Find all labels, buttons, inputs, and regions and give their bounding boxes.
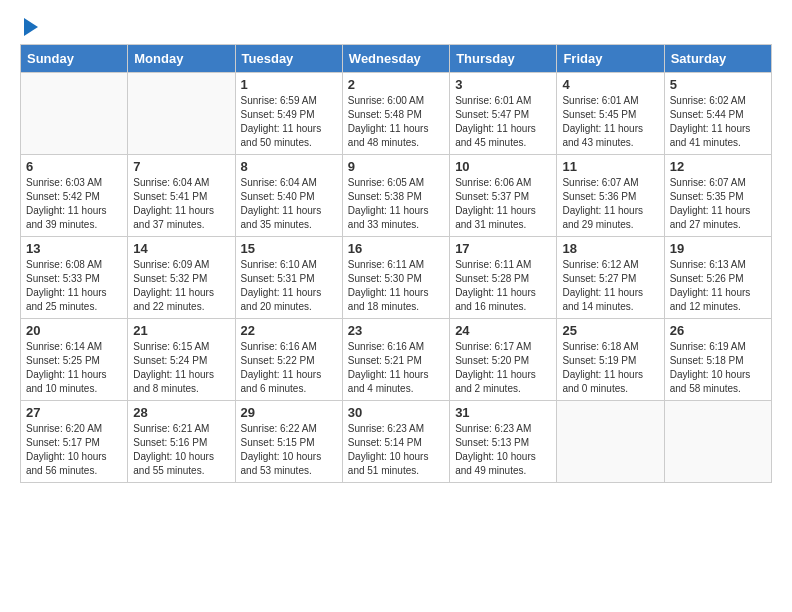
calendar-week-4: 20Sunrise: 6:14 AMSunset: 5:25 PMDayligh…: [21, 319, 772, 401]
calendar-day: 22Sunrise: 6:16 AMSunset: 5:22 PMDayligh…: [235, 319, 342, 401]
day-number: 11: [562, 159, 658, 174]
day-number: 3: [455, 77, 551, 92]
page-header: [20, 16, 772, 36]
day-info: Sunrise: 6:08 AMSunset: 5:33 PMDaylight:…: [26, 258, 122, 314]
day-number: 4: [562, 77, 658, 92]
day-info: Sunrise: 6:11 AMSunset: 5:28 PMDaylight:…: [455, 258, 551, 314]
day-number: 25: [562, 323, 658, 338]
day-number: 21: [133, 323, 229, 338]
day-info: Sunrise: 6:17 AMSunset: 5:20 PMDaylight:…: [455, 340, 551, 396]
calendar-week-2: 6Sunrise: 6:03 AMSunset: 5:42 PMDaylight…: [21, 155, 772, 237]
day-number: 10: [455, 159, 551, 174]
day-info: Sunrise: 6:01 AMSunset: 5:47 PMDaylight:…: [455, 94, 551, 150]
day-info: Sunrise: 6:18 AMSunset: 5:19 PMDaylight:…: [562, 340, 658, 396]
day-info: Sunrise: 6:59 AMSunset: 5:49 PMDaylight:…: [241, 94, 337, 150]
day-info: Sunrise: 6:11 AMSunset: 5:30 PMDaylight:…: [348, 258, 444, 314]
day-number: 30: [348, 405, 444, 420]
calendar-day: 4Sunrise: 6:01 AMSunset: 5:45 PMDaylight…: [557, 73, 664, 155]
day-info: Sunrise: 6:21 AMSunset: 5:16 PMDaylight:…: [133, 422, 229, 478]
calendar-day: 2Sunrise: 6:00 AMSunset: 5:48 PMDaylight…: [342, 73, 449, 155]
weekday-header-friday: Friday: [557, 45, 664, 73]
day-number: 20: [26, 323, 122, 338]
calendar-day: 23Sunrise: 6:16 AMSunset: 5:21 PMDayligh…: [342, 319, 449, 401]
calendar-day: 21Sunrise: 6:15 AMSunset: 5:24 PMDayligh…: [128, 319, 235, 401]
day-info: Sunrise: 6:02 AMSunset: 5:44 PMDaylight:…: [670, 94, 766, 150]
calendar-day: 24Sunrise: 6:17 AMSunset: 5:20 PMDayligh…: [450, 319, 557, 401]
day-number: 8: [241, 159, 337, 174]
weekday-header-monday: Monday: [128, 45, 235, 73]
day-info: Sunrise: 6:09 AMSunset: 5:32 PMDaylight:…: [133, 258, 229, 314]
calendar-day: 6Sunrise: 6:03 AMSunset: 5:42 PMDaylight…: [21, 155, 128, 237]
calendar-day: 30Sunrise: 6:23 AMSunset: 5:14 PMDayligh…: [342, 401, 449, 483]
calendar-day: 15Sunrise: 6:10 AMSunset: 5:31 PMDayligh…: [235, 237, 342, 319]
weekday-header-tuesday: Tuesday: [235, 45, 342, 73]
day-number: 22: [241, 323, 337, 338]
day-info: Sunrise: 6:10 AMSunset: 5:31 PMDaylight:…: [241, 258, 337, 314]
day-number: 24: [455, 323, 551, 338]
calendar-day: 18Sunrise: 6:12 AMSunset: 5:27 PMDayligh…: [557, 237, 664, 319]
day-number: 19: [670, 241, 766, 256]
day-info: Sunrise: 6:04 AMSunset: 5:41 PMDaylight:…: [133, 176, 229, 232]
day-number: 9: [348, 159, 444, 174]
weekday-header-saturday: Saturday: [664, 45, 771, 73]
day-number: 13: [26, 241, 122, 256]
calendar-day: 25Sunrise: 6:18 AMSunset: 5:19 PMDayligh…: [557, 319, 664, 401]
day-info: Sunrise: 6:05 AMSunset: 5:38 PMDaylight:…: [348, 176, 444, 232]
calendar-day: [664, 401, 771, 483]
day-info: Sunrise: 6:19 AMSunset: 5:18 PMDaylight:…: [670, 340, 766, 396]
calendar-day: 26Sunrise: 6:19 AMSunset: 5:18 PMDayligh…: [664, 319, 771, 401]
day-info: Sunrise: 6:03 AMSunset: 5:42 PMDaylight:…: [26, 176, 122, 232]
weekday-header-thursday: Thursday: [450, 45, 557, 73]
day-number: 15: [241, 241, 337, 256]
calendar-day: 17Sunrise: 6:11 AMSunset: 5:28 PMDayligh…: [450, 237, 557, 319]
day-number: 12: [670, 159, 766, 174]
calendar-day: 7Sunrise: 6:04 AMSunset: 5:41 PMDaylight…: [128, 155, 235, 237]
calendar-day: 29Sunrise: 6:22 AMSunset: 5:15 PMDayligh…: [235, 401, 342, 483]
day-number: 1: [241, 77, 337, 92]
day-info: Sunrise: 6:04 AMSunset: 5:40 PMDaylight:…: [241, 176, 337, 232]
day-info: Sunrise: 6:07 AMSunset: 5:35 PMDaylight:…: [670, 176, 766, 232]
calendar-day: 1Sunrise: 6:59 AMSunset: 5:49 PMDaylight…: [235, 73, 342, 155]
day-number: 6: [26, 159, 122, 174]
day-number: 2: [348, 77, 444, 92]
logo-arrow-icon: [24, 18, 38, 36]
day-info: Sunrise: 6:22 AMSunset: 5:15 PMDaylight:…: [241, 422, 337, 478]
calendar-week-5: 27Sunrise: 6:20 AMSunset: 5:17 PMDayligh…: [21, 401, 772, 483]
weekday-header-sunday: Sunday: [21, 45, 128, 73]
day-info: Sunrise: 6:14 AMSunset: 5:25 PMDaylight:…: [26, 340, 122, 396]
calendar-day: 19Sunrise: 6:13 AMSunset: 5:26 PMDayligh…: [664, 237, 771, 319]
calendar-day: 16Sunrise: 6:11 AMSunset: 5:30 PMDayligh…: [342, 237, 449, 319]
day-info: Sunrise: 6:23 AMSunset: 5:13 PMDaylight:…: [455, 422, 551, 478]
logo: [20, 16, 38, 36]
day-info: Sunrise: 6:23 AMSunset: 5:14 PMDaylight:…: [348, 422, 444, 478]
day-info: Sunrise: 6:16 AMSunset: 5:22 PMDaylight:…: [241, 340, 337, 396]
calendar-day: 10Sunrise: 6:06 AMSunset: 5:37 PMDayligh…: [450, 155, 557, 237]
day-number: 5: [670, 77, 766, 92]
day-number: 7: [133, 159, 229, 174]
day-info: Sunrise: 6:20 AMSunset: 5:17 PMDaylight:…: [26, 422, 122, 478]
day-info: Sunrise: 6:12 AMSunset: 5:27 PMDaylight:…: [562, 258, 658, 314]
calendar-day: 20Sunrise: 6:14 AMSunset: 5:25 PMDayligh…: [21, 319, 128, 401]
calendar-day: [21, 73, 128, 155]
day-number: 23: [348, 323, 444, 338]
calendar-week-3: 13Sunrise: 6:08 AMSunset: 5:33 PMDayligh…: [21, 237, 772, 319]
day-info: Sunrise: 6:15 AMSunset: 5:24 PMDaylight:…: [133, 340, 229, 396]
calendar-day: 8Sunrise: 6:04 AMSunset: 5:40 PMDaylight…: [235, 155, 342, 237]
calendar-day: 5Sunrise: 6:02 AMSunset: 5:44 PMDaylight…: [664, 73, 771, 155]
calendar-day: [557, 401, 664, 483]
calendar-day: 12Sunrise: 6:07 AMSunset: 5:35 PMDayligh…: [664, 155, 771, 237]
day-number: 16: [348, 241, 444, 256]
day-number: 27: [26, 405, 122, 420]
day-number: 17: [455, 241, 551, 256]
calendar-day: 9Sunrise: 6:05 AMSunset: 5:38 PMDaylight…: [342, 155, 449, 237]
day-info: Sunrise: 6:16 AMSunset: 5:21 PMDaylight:…: [348, 340, 444, 396]
day-info: Sunrise: 6:01 AMSunset: 5:45 PMDaylight:…: [562, 94, 658, 150]
calendar-table: SundayMondayTuesdayWednesdayThursdayFrid…: [20, 44, 772, 483]
day-info: Sunrise: 6:13 AMSunset: 5:26 PMDaylight:…: [670, 258, 766, 314]
day-info: Sunrise: 6:07 AMSunset: 5:36 PMDaylight:…: [562, 176, 658, 232]
calendar-day: 14Sunrise: 6:09 AMSunset: 5:32 PMDayligh…: [128, 237, 235, 319]
weekday-header-row: SundayMondayTuesdayWednesdayThursdayFrid…: [21, 45, 772, 73]
calendar-day: 13Sunrise: 6:08 AMSunset: 5:33 PMDayligh…: [21, 237, 128, 319]
calendar-day: 3Sunrise: 6:01 AMSunset: 5:47 PMDaylight…: [450, 73, 557, 155]
day-number: 26: [670, 323, 766, 338]
